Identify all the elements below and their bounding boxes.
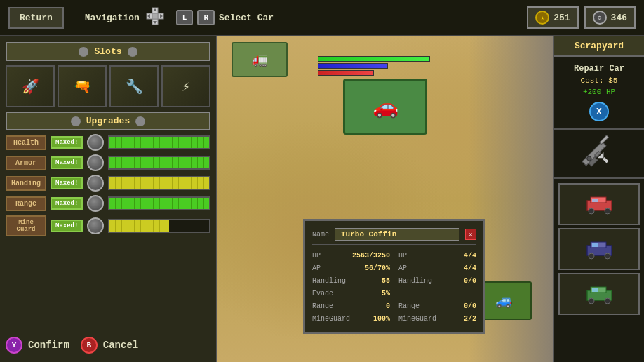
slot-icon-2: 🔫	[59, 67, 105, 106]
select-car-section: L R Select Car	[176, 10, 274, 25]
hp-bar-red	[318, 70, 374, 76]
svg-point-24	[605, 253, 610, 259]
stat-hp-current: HP 2563/3250	[312, 250, 390, 262]
svg-rect-25	[592, 243, 598, 247]
dialog-close-button[interactable]: ✕	[465, 229, 476, 240]
stat-key-handling: Handling	[312, 276, 346, 287]
upgrade-dial-health[interactable]	[87, 134, 104, 151]
weapon-icon	[570, 124, 628, 182]
car-thumb-3[interactable]	[558, 273, 640, 315]
upgrade-row-health: Health Maxed!	[6, 134, 210, 151]
weapon-preview	[554, 130, 644, 179]
upgrade-dial-armor[interactable]	[87, 154, 104, 171]
slots-icon-left	[79, 47, 88, 57]
return-button[interactable]: Return	[8, 7, 64, 29]
stat-ap-current: AP 56/70%	[312, 263, 390, 274]
navigation-section: Navigation	[85, 6, 165, 29]
upgrade-label-handling: Handing	[6, 176, 46, 191]
repair-title: Repair Car	[560, 64, 638, 74]
stat-key-mineguard: MineGuard	[312, 314, 350, 325]
dpad-icon	[145, 6, 165, 29]
hp-bar-blue	[318, 63, 388, 69]
currency-block: ★ 251 ⚙ 346	[527, 6, 636, 29]
slot-item-1[interactable]: 🚀	[6, 65, 55, 107]
stat-mineguard-slots: MineGuard 2/2	[398, 314, 476, 325]
vehicle-main[interactable]: 🚗	[343, 79, 427, 135]
slot-item-3[interactable]: 🔧	[109, 65, 159, 107]
currency-icon-1: ★	[535, 11, 549, 25]
stat-range-slots: Range 0/0	[398, 301, 476, 312]
upgrades-section: Upgrades Health Maxed! Armor Maxed!	[6, 112, 210, 236]
confirm-button[interactable]: Y Confirm	[6, 337, 69, 354]
vehicle-small-top: 🚛	[232, 42, 288, 77]
stat-hp-slots: HP 4/4	[398, 250, 476, 262]
stat-key-evade: Evade	[312, 288, 333, 300]
confirm-label: Confirm	[28, 340, 69, 351]
stat-val-hp2: 4/4	[464, 250, 476, 262]
currency1-icon: ★	[540, 14, 544, 22]
dialog-header: Name Turbo Coffin ✕	[312, 228, 476, 245]
upgrades-icon-right	[135, 116, 145, 126]
slot-item-4[interactable]: ⚡	[161, 65, 210, 107]
y-btn-icon: Y	[6, 337, 22, 354]
stat-key-ap2: AP	[398, 263, 407, 274]
currency-icon-2: ⚙	[593, 11, 607, 25]
slots-icon-right	[128, 47, 137, 57]
currency2-icon: ⚙	[598, 14, 601, 22]
game-area: Slots 🚀 🔫 🔧 ⚡ Upgrades H	[0, 36, 644, 362]
name-label: Name	[312, 231, 329, 239]
upgrade-maxed-mineguard: Maxed!	[51, 220, 83, 232]
select-car-label: Select Car	[219, 13, 274, 23]
upgrade-dial-mineguard[interactable]	[87, 217, 104, 234]
upgrade-fill-armor	[109, 157, 209, 168]
slots-label: Slots	[94, 46, 121, 57]
upgrade-maxed-health: Maxed!	[51, 136, 83, 149]
stat-val-evade: 5%	[382, 288, 390, 300]
upgrade-bar-handling	[108, 176, 210, 190]
upgrade-bar-range	[108, 196, 210, 210]
stat-val-handling: 55	[382, 276, 390, 287]
currency-item-2: ⚙ 346	[584, 6, 636, 29]
stat-key-ap: AP	[312, 263, 321, 274]
currency-item-1: ★ 251	[527, 6, 578, 29]
stat-evade-current: Evade 5%	[312, 288, 390, 300]
right-panel: Scrapyard Repair Car Cost: $5 +200 HP X	[553, 36, 644, 362]
stat-mineguard-current: MineGuard 100%	[312, 314, 390, 325]
slots-title: Slots	[6, 42, 210, 61]
currency2-amount: 346	[611, 13, 627, 23]
upgrade-label-health: Health	[6, 135, 46, 150]
car-thumb-2[interactable]	[558, 228, 640, 270]
upgrade-fill-mineguard	[109, 220, 169, 232]
upgrade-dial-handling[interactable]	[87, 175, 104, 192]
lb-button[interactable]: L	[176, 10, 194, 25]
cancel-button[interactable]: B Cancel	[81, 337, 138, 354]
navigation-label: Navigation	[85, 13, 140, 23]
bottom-buttons: Y Confirm B Cancel	[6, 334, 210, 356]
stat-val-handling2: 0/0	[464, 276, 476, 287]
car-name-value: Turbo Coffin	[335, 228, 459, 241]
slot-item-2[interactable]: 🔫	[58, 65, 107, 107]
upgrade-dial-range[interactable]	[87, 195, 104, 212]
stat-ap-slots: AP 4/4	[398, 263, 476, 274]
car-thumb-1[interactable]	[558, 183, 640, 225]
upgrade-maxed-range: Maxed!	[51, 197, 83, 210]
upgrade-label-mineguard: Mine Guard	[6, 215, 46, 236]
stat-key-mineguard2: MineGuard	[398, 314, 436, 325]
upgrade-label-range: Range	[6, 196, 46, 211]
svg-point-28	[589, 298, 594, 304]
cancel-label: Cancel	[103, 340, 138, 351]
svg-rect-10	[600, 135, 609, 145]
svg-point-23	[589, 253, 594, 259]
upgrade-bar-mineguard	[108, 219, 210, 233]
hp-bar-green	[318, 56, 430, 62]
stat-key-hp2: HP	[398, 250, 407, 262]
svg-rect-30	[592, 288, 598, 292]
left-panel: Slots 🚀 🔫 🔧 ⚡ Upgrades H	[0, 36, 217, 362]
slot-icon-1: 🚀	[7, 67, 53, 106]
upgrade-fill-health	[109, 137, 209, 148]
upgrade-fill-range	[109, 198, 209, 209]
rb-button[interactable]: R	[197, 10, 215, 25]
stat-val-ap: 56/70%	[365, 263, 390, 274]
x-button[interactable]: X	[589, 102, 609, 121]
stat-key-handling2: Handling	[398, 276, 432, 287]
